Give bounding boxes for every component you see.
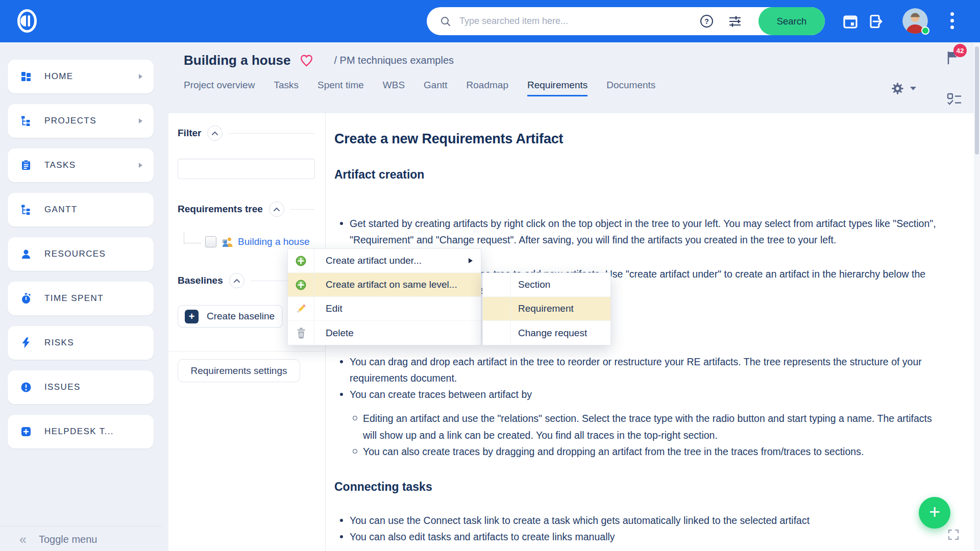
lightning-bolt-icon (20, 337, 32, 349)
add-green-icon (288, 249, 314, 272)
user-avatar[interactable] (902, 8, 928, 34)
help-icon[interactable]: ? (700, 14, 714, 28)
add-green-icon (288, 273, 314, 296)
sidebar-item-helpdesk[interactable]: HELPDESK T... (8, 415, 154, 448)
plus-icon: + (185, 310, 199, 323)
sidebar-item-tasks[interactable]: TASKS (8, 148, 154, 182)
plus-icon: + (929, 502, 940, 521)
section-title-artifact-creation: Artifact creation (334, 166, 937, 183)
logout-icon[interactable] (868, 13, 885, 30)
gear-icon (891, 82, 904, 95)
tree-connector (184, 233, 201, 243)
tree-node-building-a-house[interactable]: Building a house (178, 236, 315, 247)
sidebar-item-label: ISSUES (44, 382, 81, 392)
stopwatch-icon (20, 292, 32, 305)
sidebar-item-label: TIME SPENT (44, 293, 104, 304)
tab-roadmap[interactable]: Roadmap (467, 80, 508, 96)
chevron-down-icon (910, 87, 916, 90)
project-tree-icon (20, 204, 32, 216)
tree-node-label[interactable]: Building a house (238, 236, 310, 247)
favorite-heart-icon[interactable] (300, 54, 313, 67)
add-new-fab-button[interactable]: + (919, 497, 950, 529)
sidebar-item-label: PROJECTS (44, 116, 96, 126)
submenu-icon-gutter (483, 273, 511, 296)
home-icon (20, 70, 32, 83)
calendar-icon[interactable] (842, 13, 859, 30)
chevron-right-icon (139, 118, 142, 123)
sidebar-item-label: RESOURCES (44, 249, 106, 259)
scrollbar-track[interactable] (974, 42, 980, 551)
bullet-item: You can also edit tasks and artifacts to… (350, 529, 937, 545)
filter-input[interactable] (178, 159, 315, 179)
tab-tasks[interactable]: Tasks (274, 80, 299, 96)
page-title: Building a house (184, 53, 290, 68)
sidebar-item-label: RISKS (44, 338, 74, 348)
sub-bullet-item: Editing an artifact and use the "relatio… (363, 410, 937, 443)
sidebar-item-projects[interactable]: PROJECTS (8, 104, 154, 138)
tab-spent-time[interactable]: Spent time (317, 80, 364, 96)
create-baseline-button[interactable]: + Create baseline (178, 305, 283, 328)
tab-requirements[interactable]: Requirements (527, 80, 587, 96)
checklist-icon[interactable] (946, 92, 963, 109)
search-filter-settings-icon[interactable] (728, 15, 742, 28)
sidebar-item-home[interactable]: HOME (8, 60, 154, 93)
create-baseline-label: Create baseline (207, 311, 275, 322)
plus-square-icon (20, 425, 32, 438)
tab-wbs[interactable]: WBS (383, 80, 405, 96)
tree-context-menu: Create artifact under... Create artifact… (287, 248, 481, 345)
sidebar-item-label: GANTT (44, 205, 78, 215)
top-bar: ? Search (0, 0, 980, 42)
bullet-item: You can use the Connect task link to cre… (350, 512, 937, 529)
submenu-item-change-request[interactable]: Change request (483, 321, 610, 345)
sidebar: HOME PROJECTS TASKS GANTT RESOURCES TIME… (8, 60, 154, 459)
global-search-bar: ? Search (427, 7, 825, 35)
tab-project-overview[interactable]: Project overview (184, 80, 255, 96)
sidebar-item-label: TASKS (44, 160, 76, 170)
panel-section-divider (168, 351, 325, 352)
exclamation-circle-icon (20, 381, 32, 393)
menu-item-create-artifact-same-level[interactable]: Create artifact on same level... (288, 273, 481, 297)
submenu-icon-gutter (483, 321, 511, 345)
trash-icon (288, 321, 314, 345)
collapse-baselines-button[interactable] (229, 273, 244, 288)
chevron-right-icon (139, 74, 142, 79)
sidebar-item-issues[interactable]: ISSUES (8, 370, 154, 404)
tab-documents[interactable]: Documents (606, 80, 655, 96)
project-tree-icon (20, 115, 32, 127)
page-settings-button[interactable] (891, 82, 916, 95)
chevron-right-icon (139, 163, 142, 168)
submenu-arrow-icon (469, 258, 473, 263)
search-icon (440, 16, 451, 27)
sidebar-item-risks[interactable]: RISKS (8, 326, 154, 360)
section-title-connecting-tasks: Connecting tasks (334, 479, 937, 495)
search-button[interactable]: Search (758, 7, 825, 35)
search-input[interactable] (459, 16, 700, 27)
breadcrumb[interactable]: / PM techniques examples (334, 55, 454, 66)
fullscreen-icon[interactable] (947, 529, 960, 543)
menu-item-delete[interactable]: Delete (288, 321, 481, 345)
tab-gantt[interactable]: Gantt (424, 80, 447, 96)
submenu-item-requirement[interactable]: Requirement (483, 297, 610, 321)
document-title: Create a new Requirements Artifact (334, 113, 937, 148)
pencil-icon (288, 297, 314, 320)
sidebar-item-resources[interactable]: RESOURCES (8, 237, 154, 271)
sidebar-item-label: HOME (44, 71, 74, 82)
more-options-icon[interactable] (950, 12, 954, 29)
app-logo-icon[interactable] (13, 7, 41, 37)
sidebar-item-gantt[interactable]: GANTT (8, 193, 154, 227)
submenu-item-section[interactable]: Section (483, 273, 610, 297)
toggle-menu-button[interactable]: « Toggle menu (0, 526, 162, 546)
project-tabs: Project overview Tasks Spent time WBS Ga… (184, 80, 655, 96)
scrollbar-thumb[interactable] (975, 46, 979, 155)
menu-item-edit[interactable]: Edit (288, 297, 481, 321)
collapse-filter-button[interactable] (207, 126, 223, 141)
tree-node-checkbox[interactable] (205, 236, 216, 247)
requirements-settings-button[interactable]: Requirements settings (178, 359, 300, 382)
sidebar-item-time-spent[interactable]: TIME SPENT (8, 282, 154, 315)
filter-section-title: Filter (178, 128, 201, 139)
sub-bullet-item: You can also create traces by dragging a… (363, 443, 937, 460)
menu-item-create-artifact-under[interactable]: Create artifact under... (288, 249, 481, 273)
project-icon (222, 237, 233, 247)
collapse-tree-button[interactable] (269, 202, 284, 217)
flagged-items-button[interactable]: 42 (945, 50, 961, 67)
